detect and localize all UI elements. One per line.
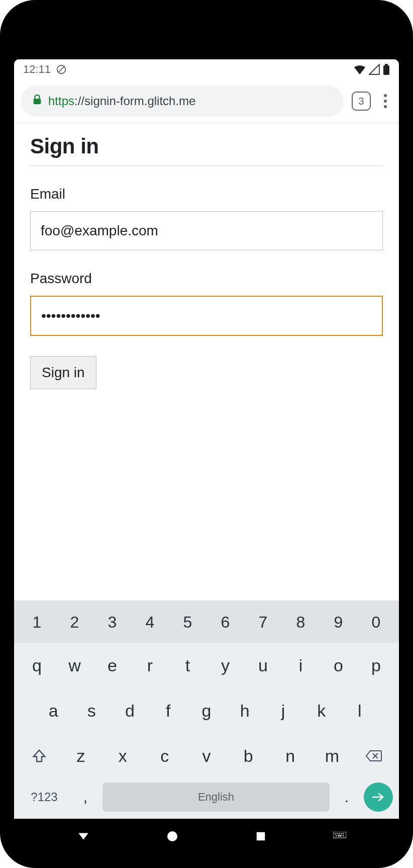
key-a[interactable]: a xyxy=(34,691,72,730)
key-f[interactable]: f xyxy=(149,691,187,730)
svg-point-8 xyxy=(167,831,177,841)
shift-key[interactable] xyxy=(18,736,60,775)
page-body: Sign in Email Password Sign in xyxy=(14,123,399,600)
key-c[interactable]: c xyxy=(144,736,185,775)
svg-rect-9 xyxy=(257,832,265,841)
key-l[interactable]: l xyxy=(341,691,379,730)
key-e[interactable]: e xyxy=(93,646,131,685)
email-input[interactable] xyxy=(30,211,383,250)
nav-back-button[interactable] xyxy=(63,830,104,843)
more-menu-button[interactable] xyxy=(379,94,392,108)
key-6[interactable]: 6 xyxy=(206,604,244,640)
password-input[interactable] xyxy=(30,296,383,336)
sign-in-button[interactable]: Sign in xyxy=(30,356,96,389)
email-label: Email xyxy=(30,186,383,202)
key-period[interactable]: . xyxy=(337,789,357,806)
status-bar: 12:11 xyxy=(14,59,399,79)
keyboard-number-row: 1 2 3 4 5 6 7 8 9 0 xyxy=(14,600,399,643)
key-4[interactable]: 4 xyxy=(131,604,169,640)
key-u[interactable]: u xyxy=(244,646,282,685)
key-comma[interactable]: , xyxy=(75,789,95,806)
svg-rect-10 xyxy=(333,832,346,838)
key-x[interactable]: x xyxy=(102,736,144,775)
key-h[interactable]: h xyxy=(226,691,264,730)
wifi-icon xyxy=(354,64,366,75)
tab-count: 3 xyxy=(358,96,364,107)
spacebar[interactable]: English xyxy=(102,783,330,812)
key-r[interactable]: r xyxy=(131,646,169,685)
url-sep: :// xyxy=(74,94,84,108)
keyboard-switch-key[interactable]: ?123 xyxy=(20,790,68,804)
tab-switcher[interactable]: 3 xyxy=(352,92,371,111)
keyboard-row-q: q w e r t y u i o p xyxy=(14,643,399,688)
page-title: Sign in xyxy=(30,134,383,166)
key-d[interactable]: d xyxy=(111,691,149,730)
url-host: signin-form.glitch.me xyxy=(84,94,195,108)
nav-home-button[interactable] xyxy=(152,830,192,842)
backspace-key[interactable] xyxy=(353,736,395,775)
system-nav-bar xyxy=(14,819,399,854)
phone-frame: 12:11 xyxy=(0,0,413,868)
nav-keyboard-toggle[interactable] xyxy=(330,832,350,841)
key-s[interactable]: s xyxy=(72,691,111,730)
key-b[interactable]: b xyxy=(228,736,269,775)
spacebar-label: English xyxy=(198,791,234,804)
svg-rect-15 xyxy=(343,833,344,834)
key-9[interactable]: 9 xyxy=(320,604,357,640)
svg-rect-14 xyxy=(341,833,342,834)
svg-rect-16 xyxy=(336,835,337,836)
key-2[interactable]: 2 xyxy=(56,604,93,640)
url-scheme: https xyxy=(48,94,74,108)
cell-signal-icon xyxy=(369,64,380,75)
svg-rect-13 xyxy=(339,833,340,834)
key-g[interactable]: g xyxy=(187,691,226,730)
dnd-icon xyxy=(56,64,67,75)
key-0[interactable]: 0 xyxy=(357,604,395,640)
nav-recents-button[interactable] xyxy=(241,831,281,842)
screen: 12:11 xyxy=(14,59,399,819)
key-q[interactable]: q xyxy=(18,646,56,685)
svg-rect-4 xyxy=(34,99,41,104)
key-i[interactable]: i xyxy=(282,646,320,685)
key-1[interactable]: 1 xyxy=(18,604,56,640)
keyboard-row-z: z x c v b n m xyxy=(14,733,399,778)
enter-key[interactable] xyxy=(364,783,393,812)
key-8[interactable]: 8 xyxy=(282,604,320,640)
battery-icon xyxy=(383,64,390,75)
key-t[interactable]: t xyxy=(169,646,206,685)
svg-rect-12 xyxy=(337,833,338,834)
svg-rect-18 xyxy=(343,835,344,836)
key-p[interactable]: p xyxy=(357,646,395,685)
keyboard-row-a: a s d f g h j k l xyxy=(14,688,399,733)
key-m[interactable]: m xyxy=(311,736,353,775)
keyboard-bottom-row: ?123 , English . xyxy=(14,778,399,819)
svg-rect-17 xyxy=(338,835,342,836)
key-w[interactable]: w xyxy=(56,646,93,685)
lock-icon xyxy=(32,94,42,108)
key-n[interactable]: n xyxy=(269,736,311,775)
svg-rect-11 xyxy=(335,833,336,834)
key-v[interactable]: v xyxy=(185,736,227,775)
key-k[interactable]: k xyxy=(302,691,341,730)
omnibox[interactable]: https://signin-form.glitch.me xyxy=(21,85,344,117)
key-7[interactable]: 7 xyxy=(244,604,282,640)
key-5[interactable]: 5 xyxy=(169,604,206,640)
key-j[interactable]: j xyxy=(264,691,302,730)
svg-rect-3 xyxy=(385,64,388,65)
key-3[interactable]: 3 xyxy=(93,604,131,640)
browser-chrome: https://signin-form.glitch.me 3 xyxy=(14,79,399,123)
key-o[interactable]: o xyxy=(320,646,357,685)
status-time: 12:11 xyxy=(23,63,51,76)
password-label: Password xyxy=(30,271,383,287)
soft-keyboard: 1 2 3 4 5 6 7 8 9 0 q xyxy=(14,600,399,819)
key-z[interactable]: z xyxy=(60,736,101,775)
key-y[interactable]: y xyxy=(206,646,244,685)
svg-rect-2 xyxy=(383,65,389,75)
svg-line-1 xyxy=(58,66,65,73)
